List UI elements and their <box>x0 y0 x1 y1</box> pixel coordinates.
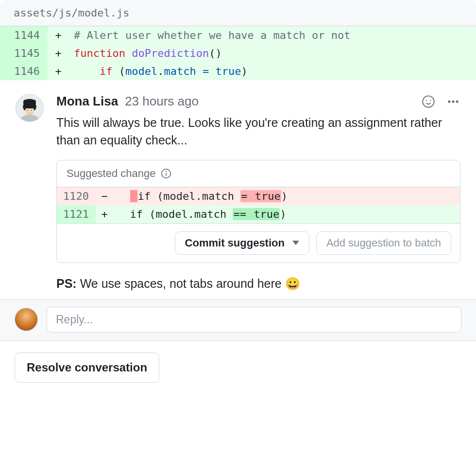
deleted-whitespace <box>130 190 138 202</box>
diff-line: 1145 + function doPrediction() <box>0 44 476 62</box>
commit-suggestion-label: Commit suggestion <box>185 237 285 249</box>
reply-bar: Reply... <box>0 299 476 341</box>
suggestion-box: Suggested change 1120 − if (model.match … <box>56 160 460 263</box>
line-number: 1121 <box>57 205 96 223</box>
diff-line-added: 1121 + if (model.match == true) <box>57 205 460 223</box>
svg-point-7 <box>430 100 431 101</box>
grinning-emoji-icon: 😀 <box>285 277 300 290</box>
diff-marker: + <box>48 26 69 44</box>
smiley-icon <box>422 95 435 108</box>
suggestion-header: Suggested change <box>57 160 460 187</box>
kebab-icon <box>446 95 460 108</box>
avatar-column <box>16 94 45 291</box>
commit-suggestion-button[interactable]: Commit suggestion <box>175 231 309 255</box>
comment-author[interactable]: Mona Lisa <box>56 94 118 109</box>
diff-line: 1144 + # Alert user whether we have a ma… <box>0 26 476 44</box>
diff-code: if (model.match = true) <box>113 187 460 205</box>
ps-body: We use spaces, not tabs around here <box>80 277 282 290</box>
resolve-conversation-button[interactable]: Resolve conversation <box>15 352 159 383</box>
suggestion-actions: Commit suggestion Add suggestion to batc… <box>57 223 460 263</box>
svg-point-9 <box>452 100 454 103</box>
diff-marker: − <box>96 187 113 205</box>
review-comment: Mona Lisa 23 hours ago <box>0 80 476 299</box>
comment-timestamp[interactable]: 23 hours ago <box>125 94 199 109</box>
chevron-down-icon <box>292 241 299 245</box>
diff-line-deleted: 1120 − if (model.match = true) <box>57 187 460 205</box>
svg-point-5 <box>423 96 434 107</box>
octocat-icon <box>16 94 43 122</box>
diff-lines: 1144 + # Alert user whether we have a ma… <box>0 26 476 80</box>
add-reaction-button[interactable] <box>422 95 435 108</box>
diff-code: if (model.match == true) <box>113 205 460 223</box>
resolve-row: Resolve conversation <box>0 341 476 394</box>
svg-point-12 <box>165 171 166 172</box>
line-number: 1145 <box>0 44 48 62</box>
add-suggestion-batch-button[interactable]: Add suggestion to batch <box>316 231 451 255</box>
line-number: 1146 <box>0 62 48 80</box>
svg-point-4 <box>31 109 32 111</box>
diff-block: assets/js/model.js 1144 + # Alert user w… <box>0 0 476 80</box>
info-icon[interactable] <box>161 168 171 179</box>
line-number: 1144 <box>0 26 48 44</box>
file-path: assets/js/model.js <box>0 0 476 26</box>
diff-marker: + <box>96 205 113 223</box>
suggestion-diff: 1120 − if (model.match = true) 1121 + if… <box>57 187 460 223</box>
more-actions-button[interactable] <box>446 95 460 108</box>
ps-label: PS: <box>56 277 77 290</box>
svg-point-10 <box>456 100 459 103</box>
diff-marker: + <box>48 62 69 80</box>
comment-header-left: Mona Lisa 23 hours ago <box>56 94 199 109</box>
line-number: 1120 <box>57 187 96 205</box>
comment-body: This will always be true. Looks like you… <box>56 114 460 149</box>
comment-header: Mona Lisa 23 hours ago <box>56 94 460 109</box>
diff-marker: + <box>48 44 69 62</box>
svg-point-3 <box>27 109 28 111</box>
add-suggestion-batch-label: Add suggestion to batch <box>326 237 441 249</box>
author-avatar[interactable] <box>16 94 44 122</box>
suggestion-label: Suggested change <box>67 167 156 180</box>
comment-main: Mona Lisa 23 hours ago <box>56 94 460 291</box>
svg-point-6 <box>426 100 427 101</box>
comment-ps: PS: We use spaces, not tabs around here … <box>56 277 460 291</box>
diff-code: if (model.match = true) <box>69 62 476 80</box>
diff-code: function doPrediction() <box>69 44 476 62</box>
comment-actions <box>422 95 460 108</box>
diff-code: # Alert user whether we have a match or … <box>69 26 476 44</box>
reply-input[interactable]: Reply... <box>47 307 461 333</box>
current-user-avatar[interactable] <box>15 308 38 331</box>
diff-line: 1146 + if (model.match = true) <box>0 62 476 80</box>
svg-point-8 <box>448 100 450 103</box>
